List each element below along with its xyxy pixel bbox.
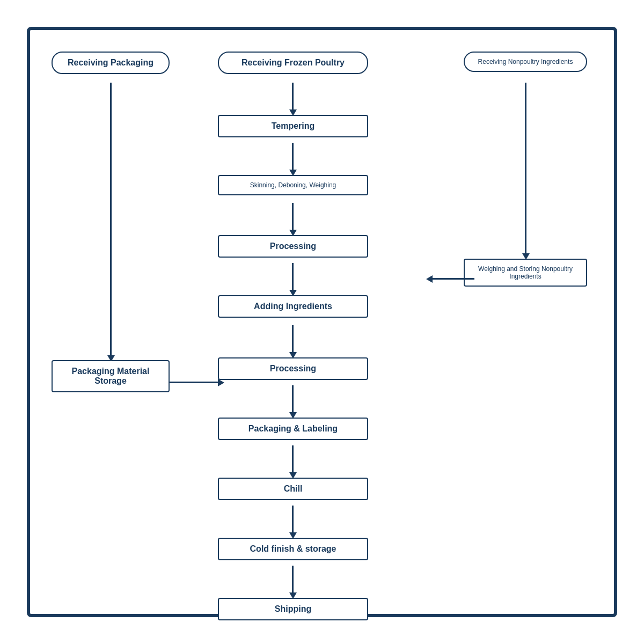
skinning-deboning-box: Skinning, Deboning, Weighing xyxy=(218,175,368,195)
arrow-2 xyxy=(292,143,294,171)
outer-border: Receiving Packaging Packaging Material S… xyxy=(27,27,617,617)
arrow-9 xyxy=(292,566,294,594)
receiving-frozen-poultry-box: Receiving Frozen Poultry xyxy=(218,52,368,74)
weighing-to-adding-arrow xyxy=(431,278,474,280)
receiving-packaging-box: Receiving Packaging xyxy=(52,52,170,74)
adding-ingredients-box: Adding Ingredients xyxy=(218,295,368,318)
left-arrow-v xyxy=(110,83,112,356)
arrow-8 xyxy=(292,506,294,533)
tempering-box: Tempering xyxy=(218,115,368,137)
chill-box: Chill xyxy=(218,478,368,500)
packaging-labeling-box: Packaging & Labeling xyxy=(218,418,368,440)
weighing-storing-box: Weighing and Storing Nonpoultry Ingredie… xyxy=(464,259,587,287)
packaging-material-storage-box: Packaging Material Storage xyxy=(52,360,170,392)
cold-finish-box: Cold finish & storage xyxy=(218,538,368,560)
packaging-to-labeling-arrow xyxy=(170,382,219,383)
receiving-nonpoultry-box: Receiving Nonpoultry Ingredients xyxy=(464,52,587,72)
diagram: Receiving Packaging Packaging Material S… xyxy=(52,52,592,592)
arrow-3 xyxy=(292,203,294,231)
arrow-5 xyxy=(292,325,294,353)
arrow-7 xyxy=(292,445,294,473)
arrow-6 xyxy=(292,385,294,413)
shipping-box: Shipping xyxy=(218,598,368,620)
processing-box-1: Processing xyxy=(218,235,368,258)
processing-box-2: Processing xyxy=(218,357,368,380)
right-arrow-v xyxy=(525,83,526,254)
arrow-1 xyxy=(292,83,294,111)
arrow-4 xyxy=(292,263,294,291)
